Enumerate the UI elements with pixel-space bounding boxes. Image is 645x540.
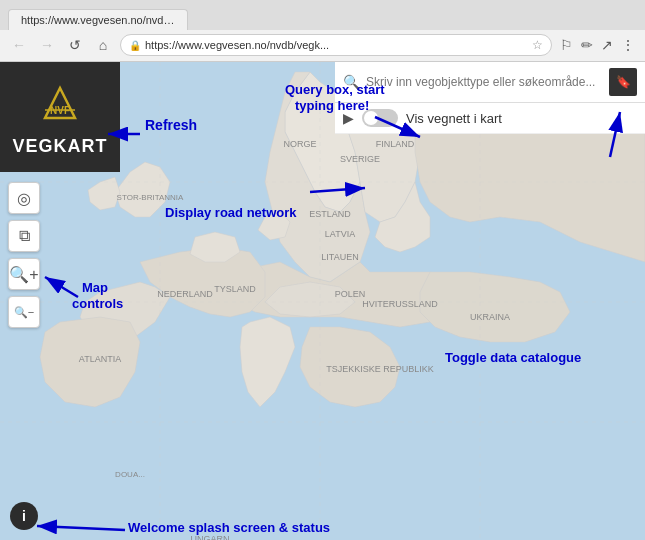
svg-text:NORGE: NORGE — [283, 139, 316, 149]
map-controls: ◎ ⧉ 🔍+ 🔍− — [8, 182, 40, 328]
search-panel: 🔍 🔖 ▶ Vis vegnett i kart — [335, 62, 645, 134]
svg-text:TSJEKKISKE REPUBLIKK: TSJEKKISKE REPUBLIKK — [326, 364, 434, 374]
svg-text:NEDERLAND: NEDERLAND — [157, 289, 213, 299]
share-icon[interactable]: ↗ — [599, 35, 615, 55]
svg-text:ESTLAND: ESTLAND — [309, 209, 351, 219]
forward-button[interactable]: → — [36, 34, 58, 56]
star-icon[interactable]: ☆ — [532, 38, 543, 52]
profile-icon[interactable]: ✏ — [579, 35, 595, 55]
svg-text:ATLANTIA: ATLANTIA — [79, 354, 121, 364]
reload-button[interactable]: ↺ — [64, 34, 86, 56]
address-text: https://www.vegvesen.no/nvdb/vegk... — [145, 39, 528, 51]
svg-text:LATVIA: LATVIA — [325, 229, 355, 239]
layers-button[interactable]: ⧉ — [8, 220, 40, 252]
layers-icon: ⧉ — [19, 227, 30, 245]
svg-text:DOUA...: DOUA... — [115, 470, 145, 479]
browser-toolbar: ← → ↺ ⌂ 🔒 https://www.vegvesen.no/nvdb/v… — [0, 30, 645, 61]
search-bar: 🔍 🔖 — [335, 62, 645, 103]
road-network-label: Vis vegnett i kart — [406, 111, 502, 126]
vegkart-title: VEGKART — [12, 136, 107, 157]
toolbar-icons: ⚐ ✏ ↗ ⋮ — [558, 35, 637, 55]
svg-text:FINLAND: FINLAND — [376, 139, 415, 149]
zoom-out-button[interactable]: 🔍− — [8, 296, 40, 328]
zoom-in-icon: 🔍+ — [9, 265, 38, 284]
svg-text:SVERIGE: SVERIGE — [340, 154, 380, 164]
expand-icon[interactable]: ▶ — [343, 110, 354, 126]
search-icon: 🔍 — [343, 74, 360, 90]
info-icon: i — [22, 508, 26, 524]
bookmark-star-icon[interactable]: ⚐ — [558, 35, 575, 55]
svg-text:STOR-BRITANNIA: STOR-BRITANNIA — [117, 193, 184, 202]
info-button[interactable]: i — [10, 502, 38, 530]
bookmark-icon: 🔖 — [616, 75, 631, 89]
svg-text:LITAUEN: LITAUEN — [321, 252, 358, 262]
svg-text:HVITERUSSLAND: HVITERUSSLAND — [362, 299, 438, 309]
zoom-in-button[interactable]: 🔍+ — [8, 258, 40, 290]
svg-text:UNGARN: UNGARN — [190, 534, 229, 540]
svg-text:UKRAINA: UKRAINA — [470, 312, 510, 322]
map-container[interactable]: NORGE SVERIGE FINLAND RUSSLAND HVITERUSS… — [0, 62, 645, 540]
browser-chrome: https://www.vegvesen.no/nvdb/vegk... ← →… — [0, 0, 645, 62]
vegvesen-logo: NVF — [33, 77, 88, 132]
location-button[interactable]: ◎ — [8, 182, 40, 214]
address-bar[interactable]: 🔒 https://www.vegvesen.no/nvdb/vegk... ☆ — [120, 34, 552, 56]
zoom-out-icon: 🔍− — [14, 306, 34, 319]
location-icon: ◎ — [17, 189, 31, 208]
browser-tabs: https://www.vegvesen.no/nvdb/vegk... — [0, 0, 645, 30]
lock-icon: 🔒 — [129, 40, 141, 51]
road-network-toggle[interactable] — [362, 109, 398, 127]
home-button[interactable]: ⌂ — [92, 34, 114, 56]
svg-text:POLEN: POLEN — [335, 289, 366, 299]
road-network-bar: ▶ Vis vegnett i kart — [335, 103, 645, 134]
catalogue-button[interactable]: 🔖 — [609, 68, 637, 96]
search-input[interactable] — [366, 75, 603, 89]
svg-text:TYSLAND: TYSLAND — [214, 284, 256, 294]
active-tab[interactable]: https://www.vegvesen.no/nvdb/vegk... — [8, 9, 188, 30]
back-button[interactable]: ← — [8, 34, 30, 56]
vegvesen-logo-svg: NVF — [35, 80, 85, 130]
vegkart-header: NVF VEGKART — [0, 62, 120, 172]
menu-icon[interactable]: ⋮ — [619, 35, 637, 55]
